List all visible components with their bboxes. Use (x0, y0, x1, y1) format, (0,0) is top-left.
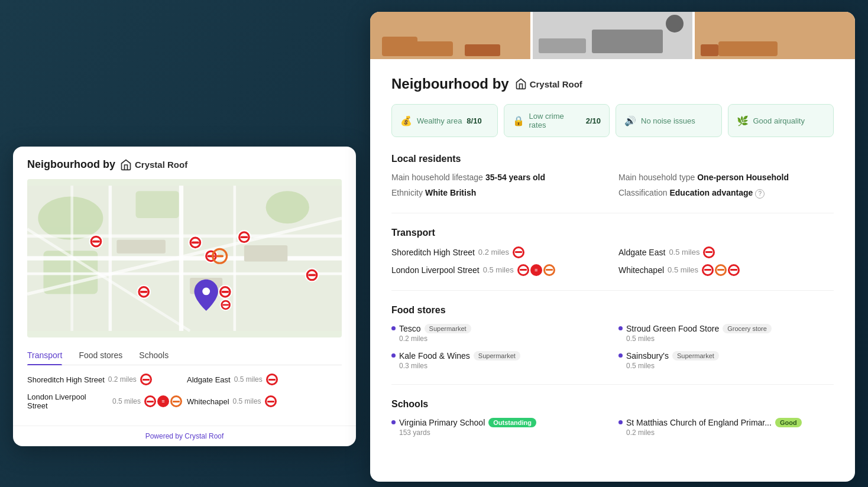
right-transport-3: London Liverpool Street 0.5 miles ≡ (391, 264, 607, 276)
svg-rect-63 (222, 304, 229, 306)
photos-strip (370, 12, 855, 59)
food-item-1: Tesco Supermarket 0.2 miles (391, 324, 607, 343)
food-item-4: Sainsbury's Supermarket 0.5 miles (618, 351, 834, 370)
stat-air: 🌿 Good airquality (728, 104, 834, 137)
food-tag-1: Supermarket (425, 324, 471, 333)
tube-icon-3a (144, 395, 156, 407)
right-transport-icons-4 (702, 264, 740, 276)
right-transport-name-3: London Liverpool Street (391, 265, 480, 275)
schools-grid: Virginia Primary School Outstanding 153 … (391, 418, 834, 437)
svg-rect-7 (27, 235, 342, 238)
food-tag-4: Supermarket (672, 351, 719, 361)
tab-schools[interactable]: Schools (139, 346, 169, 365)
right-transport-dist-2: 0.5 miles (669, 248, 699, 257)
right-transport-grid: Shoreditch High Street 0.2 miles Aldgate… (391, 246, 834, 276)
transport-dist-2: 0.5 miles (234, 375, 263, 384)
classification-label: Classification (618, 188, 667, 197)
svg-rect-14 (116, 240, 166, 254)
tube-icon-2 (266, 374, 278, 385)
svg-rect-4 (135, 191, 179, 218)
lifestage-label: Main household lifestage (391, 173, 483, 182)
food-name-2: Stroud Green Food Store (626, 324, 719, 333)
school-dot-1 (391, 420, 396, 424)
left-neighbourhood-card: Neigbourhood by Crystal Roof (13, 147, 356, 446)
right-tube-1 (513, 246, 524, 258)
map-container[interactable] (27, 179, 342, 337)
school-name-2: St Matthias Church of England Primar... (626, 418, 772, 427)
svg-rect-10 (234, 186, 237, 331)
right-rail-3: ≡ (530, 264, 542, 276)
map-svg (27, 179, 342, 337)
overground-icon-3 (170, 395, 182, 407)
right-tube-4c (728, 264, 740, 276)
resident-ethnicity: Ethnicity White British (391, 188, 607, 199)
food-tag-3: Supermarket (474, 351, 520, 361)
right-brand-name: Crystal Roof (530, 79, 582, 89)
svg-rect-53 (140, 291, 148, 293)
resident-lifestage: Main household lifestage 35-54 years old (391, 173, 607, 182)
schools-title: Schools (391, 399, 834, 410)
classification-info-icon[interactable]: ? (755, 189, 765, 199)
transport-dist-3: 0.5 miles (112, 397, 141, 405)
svg-rect-69 (592, 30, 663, 53)
svg-point-70 (666, 15, 684, 33)
right-title: Neigbourhood by (391, 76, 509, 92)
local-residents-section: Local residents Main household lifestage… (391, 154, 834, 213)
svg-rect-73 (701, 44, 718, 56)
school-item-1-top: Virginia Primary School Outstanding (391, 418, 607, 427)
classification-value: Education advantage (669, 188, 753, 197)
ethnicity-value: White British (425, 188, 476, 197)
svg-rect-16 (244, 245, 287, 262)
home-icon (120, 159, 132, 171)
right-tube-4a (702, 264, 714, 276)
photo-2-svg (533, 12, 693, 59)
transport-row-4: Whitechapel 0.5 miles (187, 392, 342, 410)
school-dot-2 (618, 420, 623, 424)
svg-rect-68 (539, 38, 586, 53)
local-residents-title: Local residents (391, 154, 834, 164)
right-tube-3a (517, 264, 529, 276)
tab-transport[interactable]: Transport (27, 346, 62, 365)
stat-wealthy: 💰 Wealthy area 8/10 (391, 104, 498, 137)
food-name-1: Tesco (399, 324, 421, 333)
resident-household-type: Main household type One-person Household (618, 173, 834, 182)
left-transport-list: Shoreditch High Street 0.2 miles Aldgate… (27, 365, 342, 416)
school-dist-2: 0.2 miles (618, 428, 834, 437)
svg-rect-39 (192, 242, 199, 244)
food-item-3-top: Kale Food & Wines Supermarket (391, 351, 607, 361)
powered-by: Powered by Crystal Roof (13, 426, 356, 446)
rail-icon-3: ≡ (157, 395, 169, 407)
stat-wealthy-label: Wealthy area (417, 116, 462, 125)
food-stores-title: Food stores (391, 305, 834, 316)
stat-air-label: Good airquality (753, 116, 805, 125)
stat-crime-value: 2/10 (586, 116, 601, 125)
svg-rect-72 (718, 41, 778, 56)
food-dot-2 (618, 326, 623, 330)
powered-by-brand: Crystal Roof (184, 432, 224, 440)
food-dot-3 (391, 353, 396, 358)
wealthy-icon: 💰 (400, 115, 412, 126)
stats-row: 💰 Wealthy area 8/10 🔒 Low crime rates 2/… (391, 104, 834, 137)
svg-rect-42 (208, 255, 215, 257)
ethnicity-label: Ethnicity (391, 188, 423, 197)
right-header: Neigbourhood by Crystal Roof (391, 76, 834, 92)
photo-3-svg (695, 12, 855, 59)
food-grid: Tesco Supermarket 0.2 miles Stroud Green… (391, 324, 834, 370)
transport-icons-3: ≡ (144, 395, 182, 407)
tab-food-stores[interactable]: Food stores (79, 346, 122, 365)
right-transport-dist-1: 0.2 miles (478, 248, 509, 257)
tabs-row: Transport Food stores Schools (27, 346, 342, 365)
right-transport-name-4: Whitechapel (618, 265, 664, 275)
food-item-2: Stroud Green Food Store Grocery store 0.… (618, 324, 834, 343)
air-icon: 🌿 (737, 115, 749, 126)
right-transport-4: Whitechapel 0.5 miles (618, 264, 834, 276)
school-name-1: Virginia Primary School (399, 418, 485, 427)
right-transport-dist-3: 0.5 miles (483, 265, 514, 274)
svg-rect-66 (465, 44, 500, 56)
left-card-header: Neigbourhood by Crystal Roof (27, 158, 342, 171)
food-name-4: Sainsbury's (626, 351, 669, 361)
transport-dist-1: 0.2 miles (108, 375, 137, 384)
food-dot-1 (391, 326, 396, 330)
school-item-1: Virginia Primary School Outstanding 153 … (391, 418, 607, 437)
food-name-3: Kale Food & Wines (399, 351, 470, 361)
